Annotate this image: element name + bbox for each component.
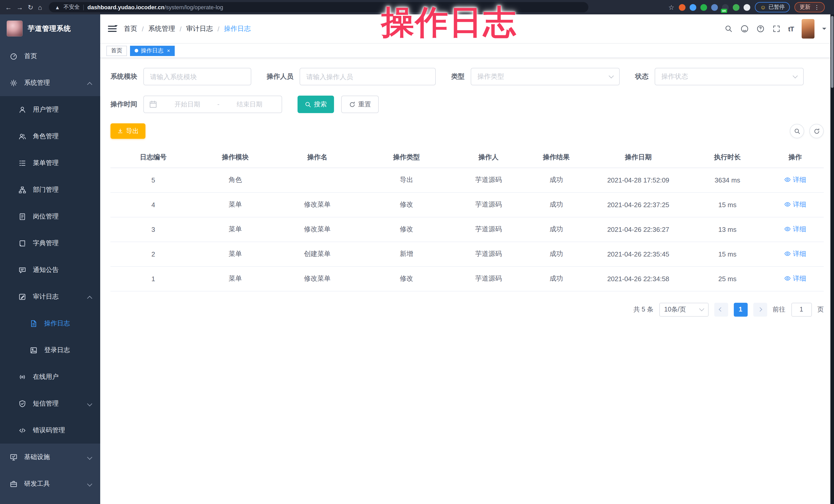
column-header: 操作结果 [524, 147, 588, 168]
paused-extension-badge[interactable]: ☺ 已暂停 [755, 2, 790, 12]
page-size-select[interactable]: 10条/页 [659, 303, 708, 316]
github-icon[interactable] [740, 25, 748, 33]
next-page-button[interactable] [753, 303, 767, 316]
date-range-picker[interactable]: 开始日期 - 结束日期 [144, 95, 282, 113]
sidebar-item-online-users[interactable]: 在线用户 [0, 364, 100, 390]
tag-dot [135, 49, 138, 52]
sidebar-toggle-icon[interactable] [108, 26, 117, 32]
sidebar-item-operate-log[interactable]: 操作日志 [0, 310, 100, 337]
sidebar-item-menu-list[interactable]: 菜单管理 [0, 150, 100, 176]
chevron-down-icon [793, 73, 798, 79]
help-icon[interactable] [756, 25, 764, 33]
goto-page-input[interactable] [791, 303, 812, 316]
pagination: 共 5 条 10条/页 1 前往 页 [110, 303, 824, 316]
blue-docs-extension-icon[interactable] [711, 4, 718, 10]
operate-log-icon [30, 320, 38, 327]
reload-icon[interactable]: ↻ [28, 4, 34, 10]
sidebar-item-label: 在线用户 [33, 372, 59, 381]
page-scrollbar[interactable] [830, 15, 834, 504]
browser-menu-icon[interactable]: ⋮ [814, 4, 819, 10]
type-placeholder: 操作类型 [477, 72, 504, 81]
breadcrumb-item[interactable]: 首页 [124, 24, 137, 34]
filter-row-1: 系统模块 操作人员 类型 操作类型 [110, 68, 824, 85]
type-select[interactable]: 操作类型 [471, 68, 620, 85]
cell-module: 角色 [196, 168, 275, 192]
export-button[interactable]: 导出 [110, 123, 146, 139]
sidebar-item-dev-tools[interactable]: 研发工具 [0, 470, 100, 497]
sidebar-item-dashboard[interactable]: 首页 [0, 43, 100, 69]
sidebar-item-label: 部门管理 [33, 185, 59, 194]
sidebar-item-org-tree[interactable]: 部门管理 [0, 176, 100, 203]
extension-on-badge: on [721, 8, 727, 13]
detail-link[interactable]: 详细 [784, 200, 806, 209]
status-select[interactable]: 操作状态 [655, 68, 804, 85]
tag-label: 操作日志 [141, 47, 163, 54]
forward-icon[interactable]: → [17, 4, 23, 10]
sidebar-item-infrastructure[interactable]: 基础设施 [0, 444, 100, 470]
detail-link[interactable]: 详细 [784, 175, 806, 184]
security-label: 不安全 [63, 4, 80, 11]
breadcrumb-item[interactable]: 系统管理 [148, 24, 175, 34]
search-button[interactable]: 搜索 [298, 95, 334, 113]
table-tools [790, 124, 824, 138]
user-avatar[interactable] [802, 19, 814, 39]
prev-page-button[interactable] [714, 303, 728, 316]
sidebar-item-users[interactable]: 角色管理 [0, 123, 100, 150]
cell-type: 导出 [360, 168, 453, 192]
header-search-icon[interactable] [724, 25, 732, 33]
sidebar-item-user[interactable]: 用户管理 [0, 96, 100, 123]
sidebar-item-announcement[interactable]: 通知公告 [0, 257, 100, 283]
breadcrumb-item[interactable]: 审计日志 [186, 24, 213, 34]
cell-operator: 芋道源码 [453, 242, 524, 266]
table-row: 3菜单修改菜单修改芋道源码成功2021-04-26 22:36:2713 ms详… [110, 217, 824, 242]
sidebar-item-badge[interactable]: 岗位管理 [0, 203, 100, 230]
page-number-button[interactable]: 1 [733, 303, 747, 316]
detail-link[interactable]: 详细 [784, 249, 806, 259]
detail-link[interactable]: 详细 [784, 274, 806, 283]
back-icon[interactable]: ← [5, 4, 12, 10]
pin-extension-icon[interactable] [690, 4, 697, 10]
sidebar-item-sms[interactable]: 短信管理 [0, 390, 100, 417]
bookmark-star-icon[interactable]: ☆ [668, 4, 674, 10]
cell-date: 2021-04-26 22:34:58 [588, 266, 688, 291]
sidebar-item-label: 用户管理 [33, 105, 59, 114]
puzzle-extension-icon[interactable] [744, 4, 750, 10]
dark-on-extension-icon[interactable]: on [722, 4, 729, 10]
infrastructure-icon [10, 453, 18, 461]
tag-close-icon[interactable]: × [167, 48, 170, 53]
leaf-extension-icon[interactable] [733, 4, 740, 10]
sidebar-item-gear[interactable]: 系统管理 [0, 69, 100, 96]
cell-name: 修改菜单 [275, 266, 360, 291]
refresh-table-button[interactable] [809, 124, 824, 138]
sidebar-item-audit-log[interactable]: 审计日志 [0, 283, 100, 310]
tag-active[interactable]: 操作日志× [130, 45, 175, 56]
home-icon[interactable]: ⌂ [38, 4, 42, 10]
calendar-icon [149, 100, 157, 108]
cell-id: 3 [110, 217, 196, 242]
detail-link[interactable]: 详细 [784, 225, 806, 234]
browser-update-button[interactable]: 更新 ⋮ [794, 2, 825, 12]
chevron-right-icon [758, 307, 762, 312]
operator-input[interactable] [300, 68, 436, 85]
cell-date: 2021-04-28 17:52:09 [588, 168, 688, 192]
sidebar-item-error-code[interactable]: 错误码管理 [0, 417, 100, 444]
caret-down-icon[interactable] [822, 28, 826, 32]
tag-item[interactable]: 首页 [106, 45, 127, 56]
breadcrumb-item[interactable]: 操作日志 [224, 24, 251, 34]
table-row: 2菜单创建菜单新增芋道源码成功2021-04-26 22:35:4515 ms详… [110, 242, 824, 266]
scrollbar-thumb[interactable] [831, 16, 833, 88]
fullscreen-icon[interactable] [772, 25, 780, 33]
reset-button[interactable]: 重置 [341, 95, 379, 113]
app-logo[interactable]: 芋道管理系统 [0, 15, 100, 43]
cell-id: 5 [110, 168, 196, 192]
sidebar-item-dictionary[interactable]: 字典管理 [0, 230, 100, 257]
module-input[interactable] [144, 68, 251, 85]
show-search-button[interactable] [790, 124, 804, 138]
filter-time: 操作时间 开始日期 - 结束日期 [110, 95, 282, 113]
chevron-left-icon [719, 307, 723, 312]
orange-ring-extension-icon[interactable] [679, 4, 686, 10]
sidebar-item-login-log[interactable]: 登录日志 [0, 337, 100, 364]
font-size-icon[interactable]: tT [788, 25, 794, 32]
table-header-row: 日志编号操作模块操作名操作类型操作人操作结果操作日期执行时长操作 [110, 147, 824, 168]
v-green-extension-icon[interactable] [701, 4, 707, 10]
